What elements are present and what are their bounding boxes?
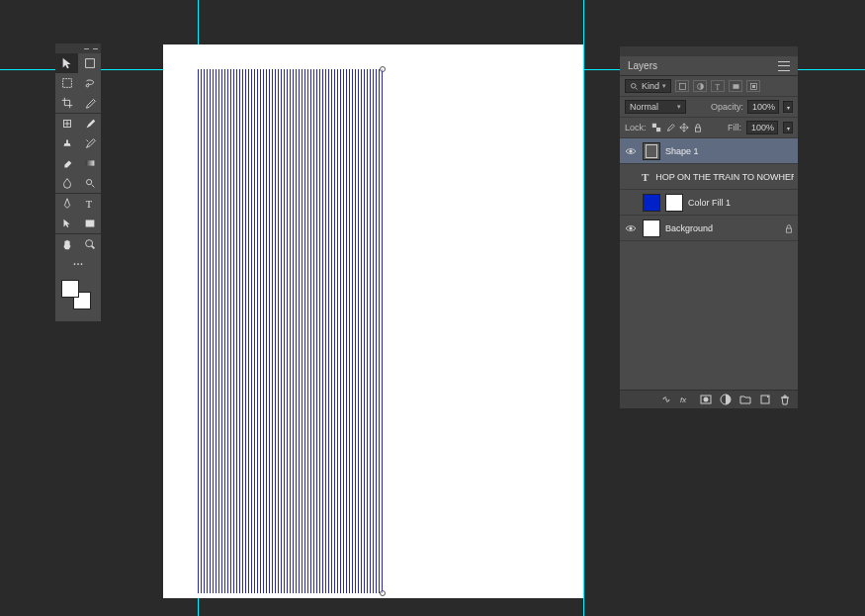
svg-rect-19 — [652, 124, 656, 128]
fill-label: Fill: — [728, 123, 741, 132]
tools-grid: T — [55, 53, 101, 274]
marquee-tool[interactable] — [55, 73, 78, 93]
filter-pixel-icon[interactable] — [675, 80, 689, 92]
gradient-tool[interactable] — [78, 153, 101, 173]
add-mask-icon[interactable] — [699, 394, 713, 405]
svg-point-5 — [86, 180, 91, 185]
eyedropper-tool[interactable] — [78, 93, 101, 113]
panel-drag-bar[interactable] — [620, 46, 798, 56]
blend-mode-dropdown[interactable]: Normal ▾ — [625, 100, 686, 114]
visibility-toggle[interactable] — [624, 196, 638, 210]
visibility-toggle[interactable] — [624, 144, 638, 158]
svg-point-12 — [632, 83, 637, 88]
lock-all-icon[interactable] — [693, 123, 704, 133]
fill-dropdown-arrow[interactable]: ▾ — [783, 122, 793, 133]
tools-panel-header[interactable] — [55, 44, 101, 53]
svg-rect-7 — [85, 220, 94, 227]
svg-rect-24 — [787, 228, 792, 232]
lasso-tool[interactable] — [78, 73, 101, 93]
svg-point-11 — [81, 263, 83, 265]
foreground-color-swatch[interactable] — [61, 280, 79, 298]
history-brush-tool[interactable] — [78, 133, 101, 153]
blend-mode-row: Normal ▾ Opacity: 100% ▾ — [620, 97, 798, 118]
layer-row[interactable]: Color Fill 1 — [620, 190, 798, 216]
new-layer-icon[interactable] — [758, 394, 772, 405]
layers-panel: Layers Kind ▾ T Normal ▾ Opacity: 100% ▾… — [620, 46, 798, 408]
opacity-input[interactable]: 100% — [747, 100, 779, 114]
guide-vertical-right — [583, 0, 584, 616]
layer-thumbnail[interactable] — [643, 142, 660, 160]
lock-label: Lock: — [625, 123, 647, 132]
fill-input[interactable]: 100% — [746, 121, 778, 134]
svg-rect-1 — [62, 79, 71, 88]
svg-rect-20 — [656, 128, 660, 132]
panel-menu-icon[interactable] — [778, 61, 790, 71]
svg-rect-13 — [679, 83, 685, 89]
brush-tool[interactable] — [78, 114, 101, 133]
filter-kind-dropdown[interactable]: Kind ▾ — [625, 79, 671, 93]
layer-list: Shape 1 T HOP ON THE TRAIN TO NOWHERE BA… — [620, 138, 798, 390]
path-handle-bottom[interactable] — [380, 590, 386, 596]
edit-toolbar[interactable] — [55, 254, 101, 274]
layer-name[interactable]: HOP ON THE TRAIN TO NOWHERE BABY — [655, 172, 794, 182]
lock-pixels-icon[interactable] — [665, 123, 676, 133]
svg-rect-4 — [85, 160, 94, 165]
dodge-tool[interactable] — [78, 173, 101, 193]
document-canvas[interactable] — [163, 44, 583, 598]
svg-text:T: T — [715, 82, 720, 91]
svg-rect-16 — [733, 84, 738, 89]
svg-text:fx: fx — [680, 396, 687, 404]
layers-panel-tab[interactable]: Layers — [620, 56, 798, 76]
layer-thumbnail[interactable] — [643, 220, 660, 237]
group-icon[interactable] — [738, 394, 752, 405]
layer-row[interactable]: T HOP ON THE TRAIN TO NOWHERE BABY — [620, 164, 798, 190]
svg-point-22 — [629, 149, 632, 152]
svg-rect-18 — [752, 85, 755, 88]
clone-stamp-tool[interactable] — [55, 133, 78, 153]
layer-fill-thumbnail[interactable] — [643, 194, 660, 212]
adjustment-layer-icon[interactable] — [719, 394, 733, 405]
visibility-toggle[interactable] — [624, 221, 638, 235]
visibility-toggle[interactable] — [624, 170, 635, 184]
path-selection-tool[interactable] — [55, 214, 78, 233]
lock-position-icon[interactable] — [679, 123, 690, 133]
lock-row: Lock: Fill: 100% ▾ — [620, 118, 798, 138]
path-handle-top[interactable] — [380, 66, 386, 72]
layers-panel-footer: fx — [620, 390, 798, 408]
layer-name[interactable]: Color Fill 1 — [688, 198, 731, 208]
healing-brush-tool[interactable] — [55, 114, 78, 133]
layer-row[interactable]: Shape 1 — [620, 138, 798, 164]
crop-tool[interactable] — [55, 93, 78, 113]
filter-shape-icon[interactable] — [729, 80, 742, 92]
filter-type-icon[interactable]: T — [711, 80, 725, 92]
lock-indicator-icon — [784, 223, 794, 233]
link-layers-icon[interactable] — [659, 394, 673, 405]
svg-point-23 — [629, 226, 632, 229]
rectangle-tool[interactable] — [78, 214, 101, 233]
zoom-tool[interactable] — [78, 234, 101, 254]
layer-mask-thumbnail[interactable] — [665, 194, 683, 212]
layer-list-empty-area[interactable] — [620, 241, 798, 390]
delete-layer-icon[interactable] — [778, 394, 792, 405]
layer-name[interactable]: Shape 1 — [665, 146, 699, 156]
lock-transparency-icon[interactable] — [651, 123, 662, 133]
opacity-label: Opacity: — [711, 102, 743, 112]
pen-tool[interactable] — [55, 194, 78, 214]
shape-stripes[interactable] — [198, 69, 383, 593]
move-tool[interactable] — [55, 53, 78, 73]
blur-tool[interactable] — [55, 173, 78, 193]
filter-adjustment-icon[interactable] — [693, 80, 707, 92]
svg-rect-21 — [696, 128, 701, 132]
filter-smart-icon[interactable] — [746, 80, 760, 92]
type-tool[interactable]: T — [78, 194, 101, 214]
opacity-dropdown-arrow[interactable]: ▾ — [783, 101, 793, 113]
eraser-tool[interactable] — [55, 153, 78, 173]
svg-text:T: T — [85, 199, 92, 210]
artboard-tool[interactable] — [78, 53, 101, 73]
svg-rect-0 — [85, 59, 94, 68]
layer-row[interactable]: Background — [620, 216, 798, 241]
hand-tool[interactable] — [55, 234, 78, 254]
fx-icon[interactable]: fx — [679, 394, 693, 405]
type-layer-icon: T — [640, 170, 650, 184]
layer-name[interactable]: Background — [665, 223, 713, 233]
